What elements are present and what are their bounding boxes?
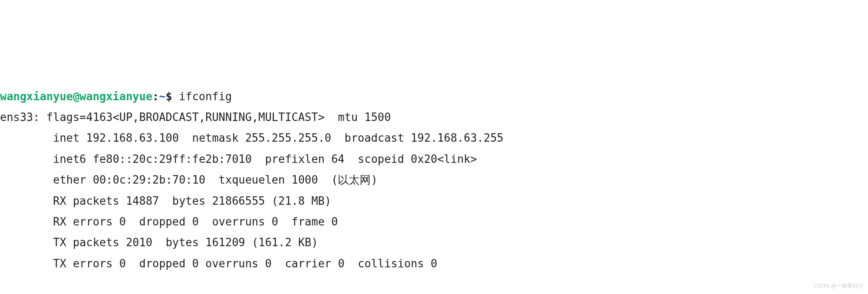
tx-bytes-value: 161209 <box>205 236 245 249</box>
txqueuelen-value: 1000 <box>292 173 318 186</box>
rx-bytes-human: (21.8 MB) <box>272 195 331 207</box>
rx-packets-value: 14887 <box>126 195 159 207</box>
tx-dropped-label: dropped <box>139 257 186 270</box>
prompt-host: wangxianyue <box>80 90 152 103</box>
ether-line: ether 00:0c:29:2b:70:10 txqueuelen 1000 … <box>0 173 378 186</box>
txqueuelen-label: txqueuelen <box>219 173 285 186</box>
flags-list: UP,BROADCAST,RUNNING,MULTICAST <box>119 111 318 124</box>
tx-collisions-label: collisions <box>358 257 424 270</box>
inet-line: inet 192.168.63.100 netmask 255.255.255.… <box>0 132 504 144</box>
ether-mac: 00:0c:29:2b:70:10 <box>93 173 205 186</box>
iface-type: (以太网) <box>331 173 378 186</box>
inet-addr: 192.168.63.100 <box>86 132 179 144</box>
tx-dropped-value: 0 <box>192 257 199 270</box>
prompt-path: ~ <box>159 90 166 103</box>
mtu-value: 1500 <box>364 111 391 124</box>
tx-errors-line: TX errors 0 dropped 0 overruns 0 carrier… <box>0 257 437 270</box>
inet6-label: inet6 <box>53 153 86 165</box>
tx-overruns-value: 0 <box>265 257 272 270</box>
prompt-symbol: $ <box>165 90 172 103</box>
prompt-at: @ <box>73 90 80 103</box>
netmask-label: netmask <box>192 132 239 144</box>
rx-overruns-label: overruns <box>212 215 265 228</box>
prompt-user: wangxianyue <box>0 90 73 103</box>
iface-name: ens33 <box>0 111 33 124</box>
flags-num: 4163 <box>86 111 113 124</box>
broadcast-value: 192.168.63.255 <box>411 132 504 144</box>
rx-bytes-value: 21866555 <box>212 195 265 207</box>
flags-label: flags= <box>47 111 86 124</box>
tx-collisions-value: 0 <box>431 257 438 270</box>
tx-errors-label: TX errors <box>53 257 113 270</box>
iface-header-line: ens33: flags=4163<UP,BROADCAST,RUNNING,M… <box>0 111 391 124</box>
tx-overruns-label: overruns <box>205 257 258 270</box>
tx-bytes-human: (161.2 KB) <box>252 236 318 249</box>
rx-errors-value: 0 <box>119 215 126 228</box>
inet6-addr: fe80::20c:29ff:fe2b:7010 <box>93 153 252 165</box>
tx-carrier-label: carrier <box>285 257 331 270</box>
tx-bytes-label: bytes <box>165 236 198 249</box>
scopeid-value: 0x20<link> <box>411 153 477 165</box>
prompt-line[interactable]: wangxianyue@wangxianyue:~$ ifconfig <box>0 90 232 103</box>
prefixlen-label: prefixlen <box>265 153 325 165</box>
prompt-colon: : <box>152 90 159 103</box>
rx-packets-line: RX packets 14887 bytes 21866555 (21.8 MB… <box>0 195 331 207</box>
rx-frame-label: frame <box>292 215 325 228</box>
prefixlen-value: 64 <box>331 153 344 165</box>
tx-packets-label: TX packets <box>53 236 119 249</box>
tx-carrier-value: 0 <box>338 257 344 270</box>
inet-label: inet <box>53 132 80 144</box>
rx-errors-line: RX errors 0 dropped 0 overruns 0 frame 0 <box>0 215 338 228</box>
inet6-line: inet6 fe80::20c:29ff:fe2b:7010 prefixlen… <box>0 153 477 165</box>
broadcast-label: broadcast <box>344 132 404 144</box>
rx-frame-value: 0 <box>331 215 338 228</box>
command-text: ifconfig <box>179 90 232 103</box>
rx-errors-label: RX errors <box>53 215 113 228</box>
tx-errors-value: 0 <box>119 257 126 270</box>
rx-dropped-value: 0 <box>192 215 199 228</box>
terminal-output: wangxianyue@wangxianyue:~$ ifconfig ens3… <box>0 86 868 275</box>
mtu-label: mtu <box>338 111 358 124</box>
scopeid-label: scopeid <box>358 153 404 165</box>
ether-label: ether <box>53 173 86 186</box>
tx-packets-line: TX packets 2010 bytes 161209 (161.2 KB) <box>0 236 318 249</box>
watermark: CSDN @一枚爱码士 <box>813 281 864 291</box>
tx-packets-value: 2010 <box>126 236 152 249</box>
rx-bytes-label: bytes <box>172 195 205 207</box>
rx-overruns-value: 0 <box>272 215 278 228</box>
netmask-value: 255.255.255.0 <box>245 132 331 144</box>
rx-dropped-label: dropped <box>139 215 186 228</box>
rx-packets-label: RX packets <box>53 195 119 207</box>
